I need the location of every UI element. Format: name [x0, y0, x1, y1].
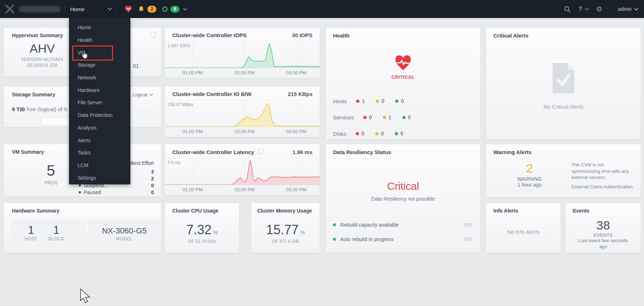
chart-title: Cluster-wide Controller IO B/W	[172, 91, 251, 97]
divider	[608, 5, 608, 13]
card-title: Hardware Summary	[4, 203, 161, 217]
events-label: EVENTS	[594, 232, 613, 238]
cpu-usage-unit: %	[213, 229, 218, 235]
storage-free-caption: free (logical) of 9.	[25, 106, 68, 112]
health-count-w: 1	[383, 114, 393, 120]
warning-count-badge[interactable]: 2	[147, 6, 156, 13]
chart-current-value: 215 KBps	[288, 91, 312, 97]
nav-menu-label: Home	[69, 6, 85, 12]
storage-logical-selector[interactable]: Logical	[133, 92, 153, 97]
menu-item-storage[interactable]: Storage	[69, 59, 130, 71]
menu-item-lcm[interactable]: LCM	[69, 159, 130, 172]
health-count-g: 6	[395, 131, 405, 136]
health-row[interactable]: Hosts100	[326, 93, 480, 109]
health-count-w: 0	[376, 98, 386, 104]
warning-message[interactable]: The CVM is not synchronizing time with a…	[571, 162, 633, 181]
warning-message[interactable]: External Client Authentication	[571, 184, 633, 189]
resiliency-row[interactable]: Auto rebuild in progressYES	[326, 232, 480, 246]
health-count-c: 0	[356, 131, 366, 136]
menu-item-health[interactable]: Health	[69, 34, 130, 47]
menu-item-tasks[interactable]: Tasks	[69, 147, 130, 159]
menu-item-file-server[interactable]: File Server	[69, 96, 130, 109]
no-alerts-document-icon	[551, 62, 576, 95]
menu-item-network[interactable]: Network	[69, 71, 130, 84]
menu-item-home[interactable]: Home	[69, 21, 130, 34]
y-axis-max-label: 1,697 IOPS	[168, 43, 190, 48]
storage-free-value: 9 TiB	[12, 106, 25, 112]
health-row[interactable]: Services010	[326, 109, 480, 125]
admin-label: admin	[618, 6, 632, 12]
chart-title: Cluster-wide Controller IOPS	[172, 32, 247, 38]
menu-item-hardware[interactable]: Hardware	[69, 84, 130, 96]
host-label: HOST	[25, 236, 38, 241]
ok-count-badge[interactable]: 6	[170, 6, 180, 13]
cluster-info-fragment: 01	[133, 63, 139, 69]
status-ring-icon[interactable]	[162, 6, 168, 12]
menu-item-settings[interactable]: Settings	[69, 171, 130, 184]
x-tick-label: 02:00 PM	[234, 70, 255, 75]
menu-item-alerts[interactable]: Alerts	[69, 134, 130, 147]
card-title: Storage Summary	[12, 92, 55, 97]
vm-menu-item-highlight-box	[72, 45, 113, 61]
help-icon[interactable]	[150, 32, 156, 38]
health-count-g: 0	[395, 98, 405, 104]
chart-current-value: 30 IOPS	[292, 32, 312, 38]
chevron-down-icon	[634, 8, 638, 10]
x-axis-ticks: 01:00 PM02:00 PM03:00 PM	[165, 127, 320, 136]
divider	[65, 5, 65, 13]
chevron-down-icon[interactable]	[183, 8, 187, 10]
health-heart-icon[interactable]	[125, 6, 132, 13]
host-count: 1	[28, 224, 34, 236]
iops-chart-plot[interactable]: 1,697 IOPS	[165, 41, 320, 68]
x-tick-label: 03:00 PM	[286, 70, 306, 75]
latency-chart-plot[interactable]: 7.5 ms	[165, 158, 320, 185]
controller-latency-card: Cluster-wide Controller Latency 1.96 ms …	[165, 144, 320, 195]
card-title: Info Alerts	[486, 203, 561, 217]
main-nav-menu-button[interactable]: Home	[69, 6, 112, 12]
x-tick-label: 02:00 PM	[234, 129, 255, 134]
help-icon[interactable]: ?	[579, 5, 582, 13]
hypervisor-version-line1: VERSION NUTANIX	[21, 57, 64, 62]
admin-user-menu[interactable]: admin	[618, 6, 638, 12]
cluster-cpu-usage-card: Cluster CPU Usage 7.32 % OF 52.78 GHz	[165, 203, 239, 253]
warning-label: WARNING	[517, 176, 541, 182]
x-tick-label: 03:00 PM	[286, 129, 306, 134]
controller-iobw-card: Cluster-wide Controller IO B/W 215 KBps …	[165, 87, 320, 137]
menu-item-analysis[interactable]: Analysis	[69, 122, 130, 134]
resiliency-status: Critical	[387, 180, 419, 192]
hypervisor-type: AHV	[30, 41, 55, 56]
no-critical-alerts-text: No Critical Alerts	[544, 104, 584, 110]
chevron-down-icon	[150, 93, 153, 96]
cpu-capacity-label: OF 52.78 GHz	[188, 239, 216, 244]
search-icon[interactable]	[564, 6, 571, 13]
x-tick-label: 02:00 PM	[234, 187, 255, 192]
home-dropdown-menu: HomeHealthVMStorageNetworkHardwareFile S…	[69, 18, 130, 184]
x-tick-label: 01:00 PM	[182, 129, 203, 134]
info-alerts-card: Info Alerts No Info Alerts	[486, 203, 561, 253]
alerts-bell-icon[interactable]	[138, 6, 144, 13]
warning-time: 1 hour ago	[518, 182, 542, 188]
chart-current-value: 1.96 ms	[293, 149, 312, 155]
card-title: Warning Alerts	[486, 144, 641, 159]
block-count: 1	[53, 224, 60, 236]
health-count-w: 0	[375, 131, 385, 136]
chevron-down-icon[interactable]	[585, 8, 589, 10]
memory-usage-unit: %	[300, 229, 305, 235]
data-resiliency-card: Data Resiliency Status Critical Data Res…	[326, 144, 480, 253]
warning-alerts-card: Warning Alerts 2 WARNING 1 hour ago The …	[486, 144, 641, 197]
app-logo-icon[interactable]	[5, 4, 14, 14]
no-info-alerts-text: No Info Alerts	[507, 229, 540, 235]
help-icon[interactable]	[258, 148, 264, 154]
controller-iops-card: Cluster-wide Controller IOPS 30 IOPS 1,6…	[165, 28, 320, 78]
y-axis-max-label: 159.47 MBps	[168, 102, 193, 107]
iobw-chart-plot[interactable]: 159.47 MBps	[165, 100, 320, 127]
hypervisor-version-line2: 20190916.158	[27, 63, 57, 68]
gear-icon[interactable]: ⚙	[596, 5, 602, 13]
x-axis-ticks: 01:00 PM02:00 PM03:00 PM	[165, 185, 320, 194]
heart-ecg-icon	[394, 55, 412, 71]
resiliency-row[interactable]: Rebuild capacity availableYES	[326, 217, 480, 232]
menu-item-data-protection[interactable]: Data Protection	[69, 109, 130, 122]
health-count-c: 1	[356, 98, 366, 104]
health-row[interactable]: Disks006	[326, 125, 480, 141]
x-tick-label: 01:00 PM	[182, 70, 203, 75]
